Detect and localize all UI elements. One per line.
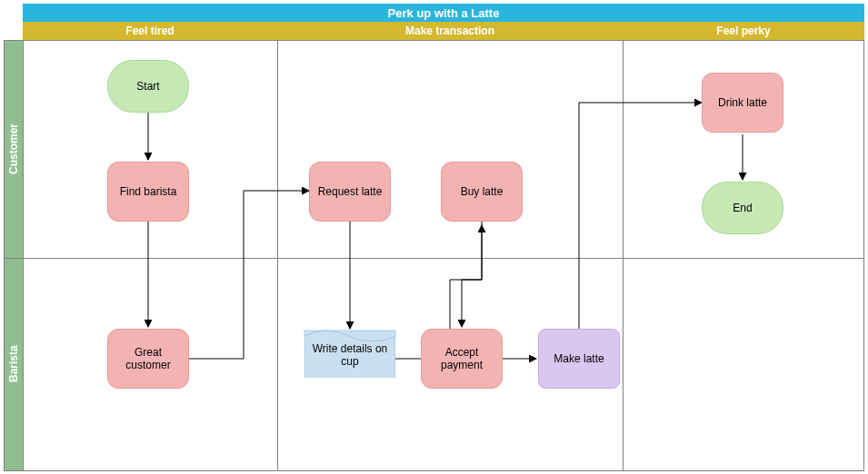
find-barista-node: Find barista [107,162,189,222]
write-details-node: Write details on cup [304,331,395,378]
request-latte-node: Request latte [309,162,391,222]
great-customer-node: Great customer [107,329,189,389]
swimlane-diagram: Perk up with a Latte Feel tired Make tra… [0,0,868,474]
drink-latte-node: Drink latte [702,73,783,133]
start-node: Start [107,60,189,113]
buy-latte-node: Buy latte [441,162,523,222]
make-latte-node: Make latte [538,329,620,389]
accept-payment-node: Accept payment [421,329,503,389]
end-node: End [702,182,783,234]
